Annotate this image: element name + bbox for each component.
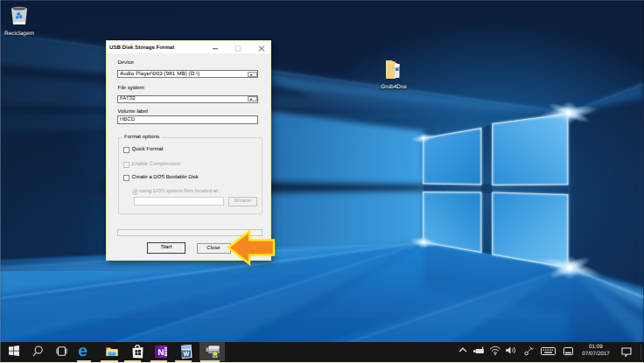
svg-text:N: N <box>158 348 164 358</box>
svg-text:W: W <box>183 350 190 358</box>
